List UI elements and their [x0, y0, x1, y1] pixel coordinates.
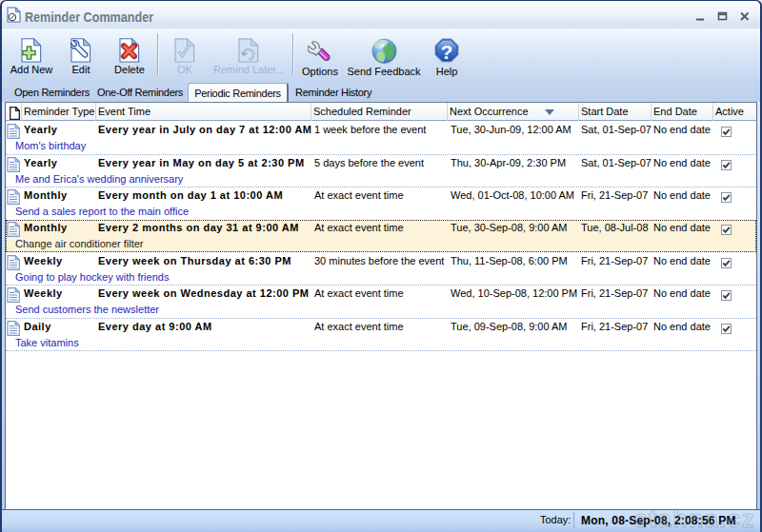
svg-text:?: ? [441, 41, 453, 63]
